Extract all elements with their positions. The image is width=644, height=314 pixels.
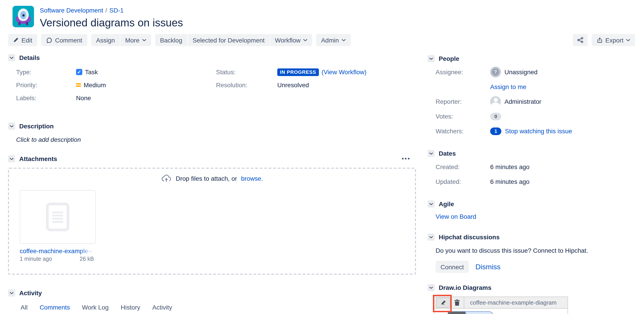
watchers-label: Watchers:: [436, 126, 490, 136]
resolution-field: Resolution: Unresolved: [216, 80, 416, 90]
votes-count-badge[interactable]: 0: [490, 112, 501, 120]
assign-button[interactable]: Assign: [91, 34, 120, 46]
description-section-header: Description: [8, 122, 416, 130]
breadcrumb-project-link[interactable]: Software Development: [40, 7, 103, 14]
attachments-more-options-icon[interactable]: [402, 157, 410, 160]
workflow-dropdown-button[interactable]: Workflow: [270, 34, 312, 46]
hipchat-section: Hipchat discussions Do you want to discu…: [428, 233, 636, 273]
assign-button-label: Assign: [96, 36, 115, 44]
assignee-value: Unassigned: [504, 67, 538, 78]
chevron-down-icon: [303, 39, 307, 41]
toolbar-divider: [464, 297, 464, 308]
type-value: Task: [85, 68, 98, 76]
priority-field: Priority: Medium: [16, 80, 216, 90]
edit-button-label: Edit: [22, 36, 32, 44]
chevron-down-icon: [626, 39, 630, 41]
selected-for-development-label: Selected for Development: [192, 36, 264, 44]
people-section: People Assignee: ?Unassigned Assign to m…: [428, 54, 636, 136]
priority-value: Medium: [84, 80, 106, 90]
tab-history[interactable]: History: [121, 304, 140, 314]
status-label: Status:: [216, 68, 277, 76]
details-section-header: Details: [8, 54, 416, 62]
labels-value: None: [76, 94, 91, 102]
collapse-chevron-icon[interactable]: [428, 234, 435, 241]
trash-icon: [454, 299, 460, 306]
tab-comments[interactable]: Comments: [40, 304, 70, 314]
assignee-field: Assignee: ?Unassigned: [436, 67, 636, 78]
tab-all[interactable]: All: [20, 304, 28, 314]
collapse-chevron-icon[interactable]: [428, 55, 435, 62]
created-value: 6 minutes ago: [490, 162, 530, 172]
comment-bubble-icon: [46, 37, 52, 43]
workflow-button-label: Workflow: [275, 36, 300, 44]
view-workflow-link[interactable]: (View Workflow): [322, 68, 366, 76]
cloud-upload-icon: [161, 174, 172, 183]
more-dropdown-button[interactable]: More: [120, 34, 151, 46]
edit-button[interactable]: Edit: [8, 34, 37, 46]
created-label: Created:: [436, 162, 490, 172]
collapse-chevron-icon[interactable]: [428, 284, 435, 291]
attachment-thumbnail[interactable]: [20, 190, 96, 244]
comment-button[interactable]: Comment: [41, 34, 87, 46]
updated-value: 6 minutes ago: [490, 176, 530, 187]
drawio-toolbar: coffee-machine-example-diagram: [434, 296, 568, 309]
view-on-board-link[interactable]: View on Board: [436, 213, 476, 220]
task-type-icon: ✓: [76, 69, 82, 75]
drawio-edit-button[interactable]: [436, 298, 450, 308]
selected-for-development-transition-button[interactable]: Selected for Development: [188, 34, 270, 46]
stop-watching-link[interactable]: Stop watching this issue: [505, 126, 572, 136]
assign-to-me-link[interactable]: Assign to me: [490, 82, 526, 92]
collapse-chevron-icon[interactable]: [8, 155, 15, 162]
drawio-diagram-widget: coffee-machine-example-diagram Coffee ma…: [434, 296, 568, 314]
tab-work-log[interactable]: Work Log: [82, 304, 109, 314]
collapse-chevron-icon[interactable]: [428, 200, 435, 208]
drawio-delete-button[interactable]: [454, 299, 460, 306]
details-fields: Type: ✓Task Priority: Medium Labels: Non…: [8, 68, 416, 106]
connect-button-label: Connect: [440, 263, 464, 270]
share-icon: [577, 37, 584, 44]
agile-section: Agile View on Board: [428, 200, 636, 220]
more-button-label: More: [125, 36, 140, 44]
watchers-count-badge[interactable]: 1: [490, 127, 501, 135]
resolution-label: Resolution:: [216, 80, 277, 90]
collapse-chevron-icon[interactable]: [428, 150, 435, 157]
type-label: Type:: [16, 68, 76, 76]
description-placeholder[interactable]: Click to add description: [8, 136, 416, 143]
created-field: Created: 6 minutes ago: [436, 162, 636, 172]
attachments-heading: Attachments: [19, 155, 57, 163]
comment-button-label: Comment: [55, 36, 82, 44]
collapse-chevron-icon[interactable]: [8, 290, 15, 296]
issue-toolbar: Edit Comment Assign More Backlog Selecte…: [0, 34, 644, 46]
breadcrumb: Software Development/SD-1: [40, 6, 183, 15]
activity-tabs: All Comments Work Log History Activity: [8, 304, 416, 314]
resolution-value: Unresolved: [277, 80, 309, 90]
browse-link[interactable]: browse.: [241, 175, 263, 182]
activity-heading: Activity: [19, 289, 42, 297]
type-field: Type: ✓Task: [16, 68, 216, 76]
backlog-transition-button[interactable]: Backlog: [155, 34, 188, 46]
admin-dropdown-button[interactable]: Admin: [316, 34, 350, 46]
labels-label: Labels:: [16, 94, 76, 102]
attachment-dropzone[interactable]: Drop files to attach, or browse. coffee-…: [8, 168, 416, 275]
details-heading: Details: [19, 54, 40, 62]
hipchat-dismiss-link[interactable]: Dismiss: [476, 263, 500, 271]
share-button[interactable]: [573, 34, 588, 46]
dates-heading: Dates: [439, 150, 456, 158]
chevron-down-icon: [142, 39, 146, 41]
project-avatar[interactable]: [12, 6, 34, 27]
export-dropdown-button[interactable]: Export: [592, 34, 635, 46]
labels-field: Labels: None: [16, 94, 216, 102]
assign-button-group: Assign More: [91, 34, 151, 46]
unassigned-avatar: ?: [490, 67, 501, 78]
export-button-label: Export: [605, 36, 624, 44]
breadcrumb-issue-link[interactable]: SD-1: [109, 7, 124, 14]
collapse-chevron-icon[interactable]: [8, 54, 15, 61]
reporter-label: Reporter:: [436, 96, 490, 107]
attachment-file-link[interactable]: coffee-machine-example-d: [20, 247, 95, 254]
hipchat-connect-button[interactable]: Connect: [436, 261, 469, 273]
tab-activity[interactable]: Activity: [152, 304, 172, 314]
drawio-diagram-preview[interactable]: Coffee machine isn't working Edit: [434, 309, 568, 314]
document-icon: [46, 202, 69, 231]
assign-to-me-row: Assign to me: [436, 82, 636, 92]
collapse-chevron-icon[interactable]: [8, 122, 15, 130]
